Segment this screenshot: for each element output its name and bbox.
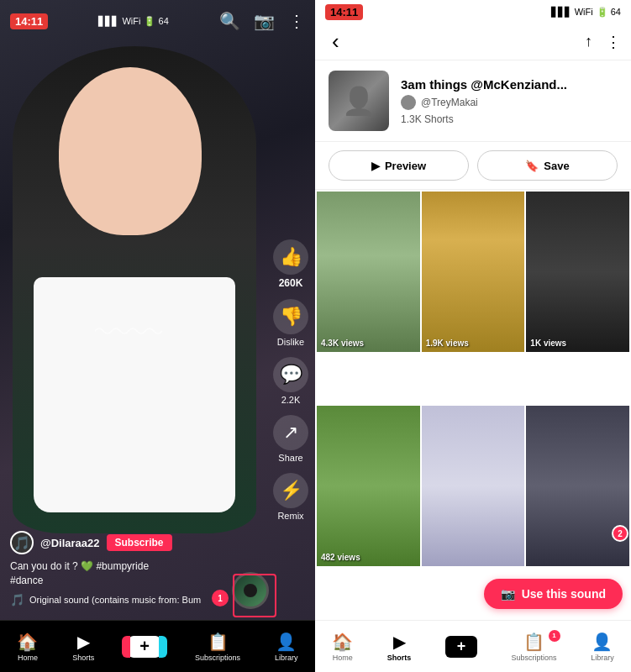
save-icon: 🔖 [525,160,539,172]
view-count-4: 482 views [321,553,360,562]
nav-add[interactable]: + [129,636,160,658]
like-icon: 👍 [273,239,308,275]
badge-2: 2 [612,525,628,542]
dislike-action[interactable]: 👎 Dislike [273,299,308,347]
like-action[interactable]: 👍 260K [273,239,308,289]
more-options-icon[interactable]: ⋮ [288,11,305,31]
back-button[interactable]: ‹ [325,25,346,58]
thumb-image: 👤 [329,71,389,131]
nav-home[interactable]: 🏠 Home [17,632,38,662]
sound-row[interactable]: 🎵 Original sound (contains music from: B… [10,593,305,606]
action-buttons: 👍 260K 👎 Dislike 💬 2.2K ↗ Share ⚡ Remix [273,239,308,521]
camera-icon[interactable]: 📷 [254,11,275,31]
left-panel: 14:11 ▋▋▋ WiFi 🔋 64 🔍 📷 ⋮ 👍 260K 👎 Disli… [0,0,315,672]
left-status-icons: ▋▋▋ WiFi 🔋 64 [98,16,168,27]
left-topbar: 14:11 ▋▋▋ WiFi 🔋 64 🔍 📷 ⋮ [0,0,315,42]
preview-button[interactable]: ▶ Preview [329,150,469,181]
right-signal-icon: ▋▋▋ [551,7,571,18]
comment-action[interactable]: 💬 2.2K [273,357,308,405]
video-thumb-1[interactable]: 4.3K views [317,192,420,352]
person-face [59,67,202,235]
dislike-icon: 👎 [273,299,308,334]
right-nav-icons: ↑ ⋮ [585,33,621,51]
share-action[interactable]: ↗ Share [273,415,308,463]
remix-icon: ⚡ [273,473,308,508]
shorts-label: Shorts [72,654,94,662]
view-count-1: 4.3K views [321,339,364,348]
library-label: Library [275,654,298,662]
right-statusbar: 14:11 ▋▋▋ WiFi 🔋 64 [315,0,631,24]
remix-label: Remix [277,511,303,521]
r-home-label: Home [333,654,353,662]
save-label: Save [544,160,569,172]
r-nav-subscriptions[interactable]: 📋 Subscriptions 1 [512,632,557,662]
r-shorts-icon: ▶ [393,632,406,652]
r-library-label: Library [591,654,614,662]
badge-1: 1 [212,590,229,606]
right-time: 14:11 [325,4,363,20]
home-label: Home [18,654,38,662]
preview-play-icon: ▶ [371,160,380,172]
video-thumb-5[interactable] [422,406,525,566]
username-label: @Dilaraa22 [40,537,100,549]
like-count: 260K [279,277,303,289]
sound-action-row: ▶ Preview 🔖 Save [315,142,631,190]
more-options-button[interactable]: ⋮ [606,33,621,51]
left-bottom-nav: 🏠 Home ▶ Shorts + 📋 Subscriptions 👤 Libr… [0,620,315,672]
video-thumb-4[interactable]: 482 views [317,406,420,566]
share-label: Share [278,453,302,463]
video-grid: 4.3K views 1.9K views 1K views 482 views [315,190,631,620]
shorts-icon: ▶ [77,632,90,652]
r-home-icon: 🏠 [332,632,353,652]
video-caption: Can you do it ? 💚 #bumpyride #dance [10,559,305,588]
use-this-sound-button[interactable]: 📷 Use this sound [484,579,623,609]
nav-library[interactable]: 👤 Library [275,632,298,662]
right-bottom-nav: 🏠 Home ▶ Shorts + 📋 Subscriptions 1 👤 Li… [315,620,631,672]
r-add-button[interactable]: + [445,636,477,658]
right-status-icons: ▋▋▋ WiFi 🔋 64 [551,7,621,18]
home-icon: 🏠 [17,632,38,652]
r-nav-library[interactable]: 👤 Library [591,632,614,662]
signal-icon: ▋▋▋ [98,16,118,27]
share-button[interactable]: ↑ [585,33,592,50]
use-sound-label: Use this sound [522,587,606,601]
search-icon[interactable]: 🔍 [219,11,240,31]
user-avatar[interactable]: 🎵 [10,531,34,554]
subscriptions-icon: 📋 [208,632,229,652]
r-shorts-label: Shorts [387,654,412,662]
video-thumb-3[interactable]: 1K views [526,192,629,352]
subscriptions-badge: 1 [549,630,560,642]
wifi-icon: WiFi [122,16,140,26]
music-note-icon: 🎵 [10,593,24,606]
sound-shorts-count: 1.3K Shorts [401,113,618,125]
save-button[interactable]: 🔖 Save [477,150,618,181]
comment-count: 2.2K [281,395,301,405]
nav-shorts[interactable]: ▶ Shorts [72,632,94,662]
subscribe-button[interactable]: Subscribe [107,534,172,551]
add-button[interactable]: + [129,636,160,658]
remix-action[interactable]: ⚡ Remix [273,473,308,521]
nav-subscriptions[interactable]: 📋 Subscriptions [195,632,240,662]
sound-text: Original sound (contains music from: Bum [29,595,201,605]
video-thumb-2[interactable]: 1.9K views [422,192,525,352]
right-panel: 14:11 ▋▋▋ WiFi 🔋 64 ‹ ↑ ⋮ 👤 3am things @… [315,0,631,672]
right-battery-icon: 🔋 64 [597,7,621,18]
r-nav-shorts[interactable]: ▶ Shorts [387,632,412,662]
r-subscriptions-icon: 📋 [523,632,544,652]
share-icon: ↗ [273,415,308,450]
subscriptions-label: Subscriptions [195,654,240,662]
right-topnav: ‹ ↑ ⋮ [315,24,631,60]
username-row: 🎵 @Dilaraa22 Subscribe [10,531,305,554]
waveform-decoration [95,323,162,339]
right-wifi-icon: WiFi [575,7,593,17]
r-nav-home[interactable]: 🏠 Home [332,632,353,662]
view-count-3: 1K views [530,339,566,348]
battery-icon: 🔋 64 [144,16,168,27]
r-subscriptions-label: Subscriptions [512,654,557,662]
sound-channel: @TreyMakai [401,95,618,110]
shirt-area [34,277,235,512]
left-time: 14:11 [10,13,48,29]
sound-title: 3am things @McKenziand... [401,77,618,92]
video-thumb-6[interactable] [526,406,629,566]
r-nav-add[interactable]: + [445,636,477,658]
